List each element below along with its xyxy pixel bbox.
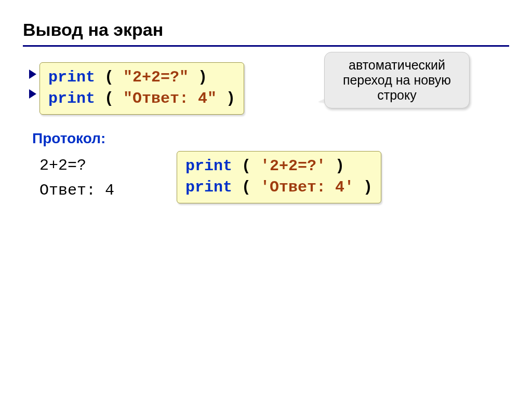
punct: )	[326, 157, 344, 175]
callout-box: автоматический переход на новую строку	[324, 52, 470, 108]
bullet-column	[29, 70, 36, 99]
punct: (	[95, 90, 123, 107]
punct: (	[232, 157, 260, 175]
page-title: Вывод на экран	[23, 20, 509, 40]
bullet-icon	[29, 89, 36, 99]
string-literal: "Ответ: 4"	[123, 90, 217, 107]
keyword: print	[48, 68, 95, 86]
punct: )	[189, 68, 207, 86]
bullet-icon	[29, 70, 36, 79]
string-literal: 'Ответ: 4'	[260, 179, 354, 196]
punct: (	[232, 179, 260, 196]
punct: )	[354, 179, 373, 196]
row-output-code: 2+2=? Ответ: 4 print ( '2+2=?' ) print (…	[23, 151, 509, 203]
punct: (	[95, 68, 123, 86]
output-line: Ответ: 4	[39, 182, 114, 199]
output-line: 2+2=?	[39, 157, 86, 174]
row-code-callout: print ( "2+2=?" ) print ( "Ответ: 4" ) а…	[23, 62, 509, 115]
string-literal: '2+2=?'	[260, 157, 326, 175]
title-rule	[23, 45, 509, 47]
protocol-label: Протокол:	[32, 130, 509, 147]
output-block: 2+2=? Ответ: 4	[39, 153, 114, 203]
punct: )	[217, 90, 235, 107]
keyword: print	[185, 157, 232, 175]
string-literal: "2+2=?"	[123, 68, 189, 86]
code-block-1: print ( "2+2=?" ) print ( "Ответ: 4" )	[39, 62, 244, 115]
code-block-2: print ( '2+2=?' ) print ( 'Ответ: 4' )	[177, 151, 381, 203]
keyword: print	[185, 179, 232, 196]
keyword: print	[48, 90, 95, 107]
